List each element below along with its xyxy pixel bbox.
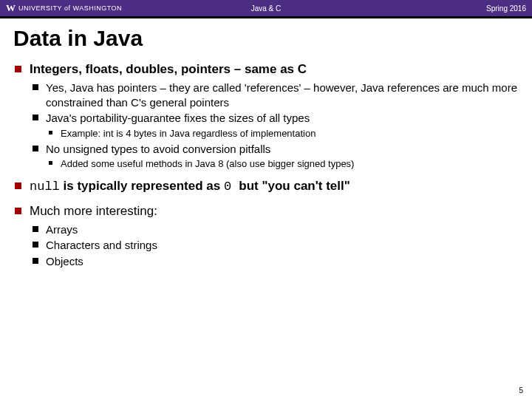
logo-w-icon: W [6, 2, 16, 14]
code-zero: 0 [224, 180, 239, 194]
bullet-head: Integers, floats, doubles, pointers – sa… [30, 62, 307, 76]
page-number: 5 [519, 386, 523, 395]
list-item: Added some useful methods in Java 8 (als… [46, 157, 519, 171]
code-null: null [30, 180, 60, 194]
list-item: Integers, floats, doubles, pointers – sa… [13, 61, 519, 171]
list-item: No unsigned types to avoid conversion pi… [30, 142, 519, 171]
uw-logo: W UNIVERSITY of WASHINGTON [6, 2, 122, 14]
list-item: null is typically represented as 0 but "… [13, 178, 519, 195]
slide-body: Data in Java Integers, floats, doubles, … [0, 18, 532, 268]
list-item: Objects [30, 254, 519, 269]
header-bar: W UNIVERSITY of WASHINGTON Java & C Spri… [0, 0, 532, 16]
list-item: Arrays [30, 222, 519, 237]
list-item: Yes, Java has pointers – they are called… [30, 81, 519, 109]
logo-text: UNIVERSITY of WASHINGTON [18, 4, 122, 12]
list-item: Example: int is 4 bytes in Java regardle… [46, 127, 519, 140]
page-title: Data in Java [13, 26, 519, 51]
course-label: Java & C [251, 4, 282, 13]
list-item: Characters and strings [30, 238, 519, 253]
list-item: Much more interesting: Arrays Characters… [13, 203, 519, 269]
list-item: Java's portability-guarantee fixes the s… [30, 111, 519, 140]
bullet-list: Integers, floats, doubles, pointers – sa… [13, 61, 519, 268]
term-label: Spring 2016 [486, 4, 526, 13]
